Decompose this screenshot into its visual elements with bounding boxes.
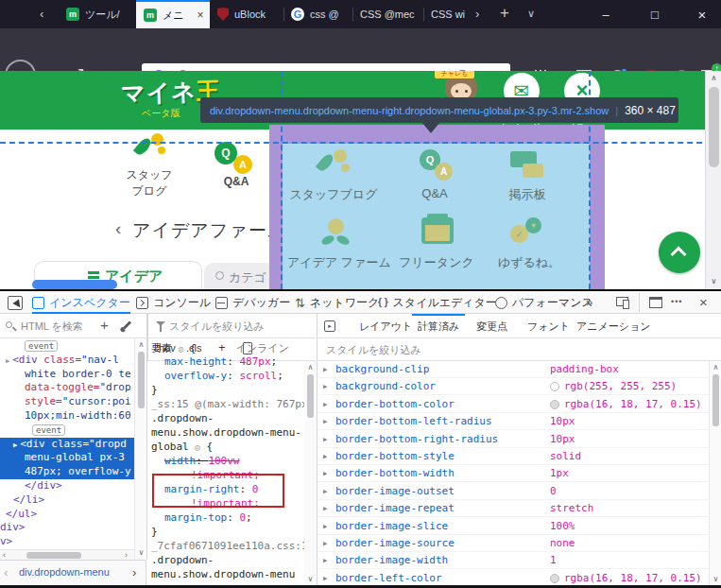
expander-icon[interactable]: ▶ xyxy=(323,413,327,430)
code-line[interactable]: div> xyxy=(0,521,134,535)
code-line[interactable]: </ul> xyxy=(0,508,134,522)
sidebar-tab-computed[interactable]: 計算済み xyxy=(418,314,459,338)
tab-category[interactable]: カテゴ xyxy=(204,263,278,289)
markup-vscrollbar[interactable]: ∧ ∨ xyxy=(134,338,146,560)
computed-property-row[interactable]: ▶border-left-colorrgba(16, 18, 17, 0.15) xyxy=(318,570,710,586)
expander-icon[interactable]: ▶ xyxy=(323,570,327,586)
devtools-tab-debugger[interactable]: デバッガー xyxy=(215,291,290,314)
expander-icon[interactable]: ▶ xyxy=(323,396,327,413)
scrollbar-thumb[interactable] xyxy=(709,87,719,167)
expander-icon[interactable]: ▶ xyxy=(323,500,327,517)
scrollbar-thumb[interactable] xyxy=(138,352,145,408)
computed-property-row[interactable]: ▶background-clippadding-box xyxy=(318,361,710,378)
code-line[interactable]: event xyxy=(0,339,134,354)
code-line[interactable]: .dropdown- xyxy=(147,554,304,568)
window-maximize-button[interactable]: □ xyxy=(639,0,671,28)
computed-property-row[interactable]: ▶border-image-outset0 xyxy=(318,483,710,500)
event-badge[interactable]: event xyxy=(32,424,65,436)
browser-tab-css1[interactable]: G css @ xyxy=(283,0,352,28)
code-line[interactable]: width: 100vw xyxy=(147,455,304,469)
code-line[interactable]: .dropdown- xyxy=(147,412,304,426)
code-line[interactable]: 10px;min-width:60 xyxy=(0,409,134,424)
tab-close-icon[interactable]: × xyxy=(197,9,204,22)
browser-tab-ublock[interactable]: uBlock xyxy=(210,0,283,28)
dropdown-item-staff-blog[interactable]: スタッフブログ xyxy=(286,147,381,202)
element-picker-icon[interactable] xyxy=(8,296,23,310)
list-all-tabs-icon[interactable]: ∨ xyxy=(527,9,535,19)
markup-hscrollbar[interactable]: ‹ › xyxy=(0,549,134,560)
computed-property-row[interactable]: ▶border-bottom-right-radius10px xyxy=(318,431,710,448)
tab-scroll-left-icon[interactable]: ‹ xyxy=(40,8,43,20)
scrollbar-down-icon[interactable]: ∨ xyxy=(304,575,317,583)
devtools-tab-console[interactable]: コンソール xyxy=(136,291,211,314)
color-swatch[interactable] xyxy=(550,574,559,583)
code-line[interactable]: margin-top: 0; xyxy=(147,511,304,526)
sidebar-tab-animations[interactable]: アニメーション xyxy=(576,314,651,338)
browser-tab-active[interactable]: m メニ × xyxy=(136,0,210,28)
expander-icon[interactable]: ▶ xyxy=(323,552,327,569)
code-line[interactable]: } xyxy=(147,384,304,398)
code-line[interactable]: menu.show.dropdown-menu- xyxy=(147,426,304,441)
add-node-button[interactable]: + xyxy=(100,317,109,333)
rules-filter-input[interactable]: スタイルを絞り込み xyxy=(169,320,265,334)
dropdown-item-board[interactable]: 掲示板 xyxy=(480,147,575,202)
browser-tab-css3[interactable]: CSS wi xyxy=(423,0,471,28)
devtools-tab-network[interactable]: ⇅ ネットワーク xyxy=(295,291,379,314)
back-to-top-button[interactable] xyxy=(659,232,700,273)
code-line[interactable]: 487px; overflow-y xyxy=(0,465,134,479)
computed-property-row[interactable]: ▶border-bottom-stylesolid xyxy=(318,448,710,465)
code-line[interactable]: _ss:15 @(max-width: 767px) xyxy=(147,398,304,412)
separate-window-icon[interactable] xyxy=(649,297,662,308)
scrollbar-up-icon[interactable]: ∧ xyxy=(304,363,317,372)
code-line[interactable]: event xyxy=(0,424,134,438)
code-line[interactable]: </div> xyxy=(0,479,134,493)
scrollbar-up-icon[interactable]: ∧ xyxy=(706,74,721,82)
scrollbar-thumb[interactable] xyxy=(712,374,719,426)
more-tabs-icon[interactable]: » xyxy=(586,296,592,308)
code-line[interactable]: ▶<div class="nav-l xyxy=(0,354,134,368)
new-tab-button[interactable]: + xyxy=(500,5,509,21)
computed-property-row[interactable]: ▶border-image-width1 xyxy=(318,552,710,569)
code-line[interactable]: white border-0 te xyxy=(0,368,134,382)
sidebar-tab-fonts[interactable]: フォント xyxy=(527,314,570,338)
eyedropper-icon[interactable] xyxy=(123,320,131,329)
browser-tab-css2[interactable]: CSS @mec xyxy=(352,0,423,28)
devtools-tab-style-editor[interactable]: { } スタイルエディター xyxy=(378,291,497,314)
code-line[interactable]: 要素 ◎ {インライン xyxy=(147,341,304,355)
code-line[interactable]: v> xyxy=(0,535,134,549)
scrollbar-down-icon[interactable]: ∨ xyxy=(706,277,721,285)
computed-property-row[interactable]: ▶border-bottom-colorrgba(16, 18, 17, 0.1… xyxy=(318,396,710,413)
panel-divider[interactable] xyxy=(146,314,147,560)
devtools-tab-inspector[interactable]: インスペクター xyxy=(32,291,130,314)
computed-property-row[interactable]: ▶border-image-slice100% xyxy=(318,518,710,535)
code-line[interactable]: global ◎ { xyxy=(147,441,304,455)
dropdown-item-free-tank[interactable]: フリータンク xyxy=(389,216,484,270)
event-badge[interactable]: event xyxy=(25,340,58,352)
code-line[interactable]: } xyxy=(147,526,304,540)
color-swatch[interactable] xyxy=(550,400,559,409)
scrollbar-thumb[interactable] xyxy=(307,374,314,418)
html-search-input[interactable]: HTML を検索 xyxy=(21,320,83,334)
dropdown-item-yuzurune[interactable]: ✓ ♥ ゆずるね。 xyxy=(482,216,576,270)
window-minimize-button[interactable]: – xyxy=(590,0,622,28)
code-line[interactable]: data-toggle="drop xyxy=(0,381,134,395)
computed-property-row[interactable]: ▶border-bottom-width1px xyxy=(318,465,710,482)
expander-icon[interactable]: ▶ xyxy=(323,378,327,395)
code-line[interactable]: menu.show.dropdown-menu xyxy=(147,568,304,582)
devtools-close-icon[interactable]: × xyxy=(699,295,708,309)
computed-property-row[interactable]: ▶border-image-sourcenone xyxy=(318,535,710,552)
rules-vscrollbar[interactable]: ∧ ∨ xyxy=(304,361,317,585)
dropdown-item-qa[interactable]: Q A Q&A xyxy=(387,147,482,202)
code-line[interactable]: overflow-y: scroll; xyxy=(147,370,304,384)
expander-icon[interactable]: ▶ xyxy=(323,448,327,465)
dropdown-item-idea-farm[interactable]: アイデア ファーム xyxy=(287,216,382,270)
expander-icon[interactable]: ▶ xyxy=(323,465,327,482)
browser-tab-tools[interactable]: m ツール/ xyxy=(59,0,136,28)
computed-property-row[interactable]: ▶border-image-repeatstretch xyxy=(318,500,710,517)
window-close-button[interactable]: × xyxy=(686,0,718,28)
scrollbar-up-icon[interactable]: ∧ xyxy=(710,363,721,372)
sidebar-expand-icon[interactable]: ▸ xyxy=(324,320,335,332)
code-line[interactable]: _7cfaf0671091ee110a.css:15 xyxy=(147,540,304,554)
computed-property-row[interactable]: ▶background-colorrgb(255, 255, 255) xyxy=(318,378,710,395)
devtools-options-icon[interactable]: ••• xyxy=(671,298,682,306)
